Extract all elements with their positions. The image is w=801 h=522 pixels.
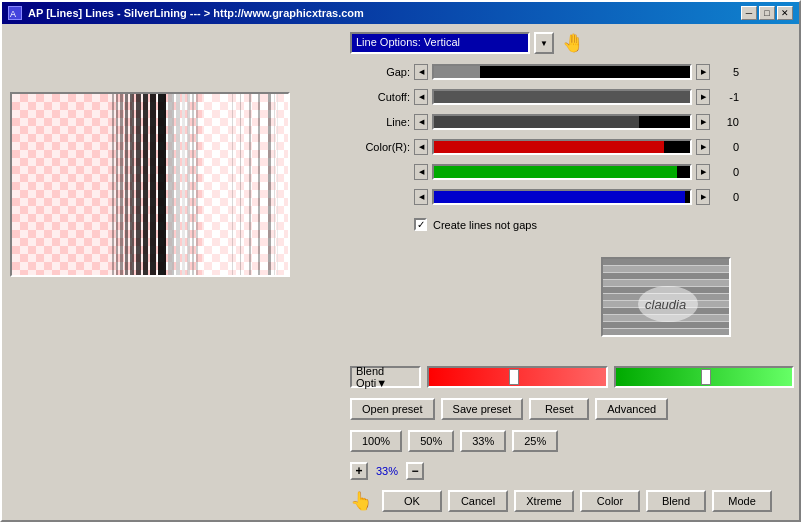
line-slider-track[interactable] bbox=[432, 114, 692, 130]
svg-rect-37 bbox=[603, 329, 731, 337]
create-lines-checkbox[interactable]: ✓ bbox=[414, 218, 427, 231]
preview-box bbox=[10, 92, 290, 277]
checkbox-label: Create lines not gaps bbox=[433, 219, 537, 231]
mode-button[interactable]: Mode bbox=[712, 490, 772, 512]
svg-rect-20 bbox=[240, 94, 241, 275]
svg-rect-16 bbox=[192, 94, 194, 275]
close-button[interactable]: ✕ bbox=[777, 6, 793, 20]
color-button[interactable]: Color bbox=[580, 490, 640, 512]
svg-rect-30 bbox=[603, 280, 731, 286]
window-title: AP [Lines] Lines - SilverLining --- > ht… bbox=[28, 7, 364, 19]
gap-slider-track[interactable] bbox=[432, 64, 692, 80]
preview-thumb-container: claudia bbox=[350, 249, 799, 345]
main-window: A AP [Lines] Lines - SilverLining --- > … bbox=[0, 0, 801, 522]
blend-green-handle[interactable] bbox=[701, 369, 711, 385]
dropdown-row: Line Options: Vertical ▼ 🤚 bbox=[350, 32, 799, 54]
zoom-control-row: + 33% − bbox=[350, 462, 799, 480]
blend-red-slider[interactable] bbox=[427, 366, 608, 388]
blend-button[interactable]: Blend bbox=[646, 490, 706, 512]
line-options-dropdown[interactable]: Line Options: Vertical bbox=[350, 32, 530, 54]
zoom-100-button[interactable]: 100% bbox=[350, 430, 402, 452]
gap-left-arrow[interactable]: ◀ bbox=[414, 64, 428, 80]
gap-slider-row: Gap: ◀ ▶ 5 bbox=[350, 64, 799, 80]
cutoff-slider-row: Cutoff: ◀ ▶ -1 bbox=[350, 89, 799, 105]
minimize-button[interactable]: ─ bbox=[741, 6, 757, 20]
svg-rect-15 bbox=[187, 94, 190, 275]
open-preset-button[interactable]: Open preset bbox=[350, 398, 435, 420]
zoom-33-button[interactable]: 33% bbox=[460, 430, 506, 452]
left-panel bbox=[10, 32, 340, 512]
blend-controls-row: Blend Opti▼ bbox=[350, 366, 799, 388]
cutoff-label: Cutoff: bbox=[350, 91, 410, 103]
svg-rect-2 bbox=[12, 94, 157, 275]
preview-lines bbox=[12, 94, 288, 275]
svg-rect-18 bbox=[202, 94, 288, 275]
blend-options-dropdown[interactable]: Blend Opti▼ bbox=[350, 366, 421, 388]
colorg-slider-track[interactable] bbox=[432, 164, 692, 180]
svg-rect-4 bbox=[116, 94, 118, 275]
reset-button[interactable]: Reset bbox=[529, 398, 589, 420]
title-bar-controls: ─ □ ✕ bbox=[741, 6, 793, 20]
colorb-right-arrow[interactable]: ▶ bbox=[696, 189, 710, 205]
zoom-in-button[interactable]: + bbox=[350, 462, 368, 480]
svg-rect-13 bbox=[176, 94, 180, 275]
dropdown-label: Line Options: Vertical bbox=[356, 36, 460, 48]
colorg-left-arrow[interactable]: ◀ bbox=[414, 164, 428, 180]
svg-rect-6 bbox=[125, 94, 128, 275]
svg-rect-29 bbox=[603, 273, 731, 279]
title-bar: A AP [Lines] Lines - SilverLining --- > … bbox=[2, 2, 799, 24]
colorb-left-arrow[interactable]: ◀ bbox=[414, 189, 428, 205]
svg-rect-23 bbox=[268, 94, 271, 275]
checkbox-row: ✓ Create lines not gaps bbox=[414, 218, 799, 231]
save-preset-button[interactable]: Save preset bbox=[441, 398, 524, 420]
svg-rect-22 bbox=[258, 94, 260, 275]
svg-rect-11 bbox=[158, 94, 166, 275]
blend-green-slider[interactable] bbox=[614, 366, 795, 388]
svg-rect-28 bbox=[603, 266, 731, 272]
svg-rect-21 bbox=[249, 94, 251, 275]
cancel-button[interactable]: Cancel bbox=[448, 490, 508, 512]
cutoff-right-arrow[interactable]: ▶ bbox=[696, 89, 710, 105]
hand-pointer-icon: 🤚 bbox=[562, 32, 584, 54]
advanced-button[interactable]: Advanced bbox=[595, 398, 668, 420]
svg-rect-24 bbox=[274, 94, 275, 275]
line-label: Line: bbox=[350, 116, 410, 128]
colorr-slider-track[interactable] bbox=[432, 139, 692, 155]
zoom-50-button[interactable]: 50% bbox=[408, 430, 454, 452]
cutoff-slider-track[interactable] bbox=[432, 89, 692, 105]
title-bar-left: A AP [Lines] Lines - SilverLining --- > … bbox=[8, 6, 364, 20]
colorb-slider-track[interactable] bbox=[432, 189, 692, 205]
svg-rect-19 bbox=[232, 94, 233, 275]
preview-thumbnail: claudia bbox=[601, 257, 731, 337]
line-slider-fill bbox=[434, 116, 639, 128]
maximize-button[interactable]: □ bbox=[759, 6, 775, 20]
colorg-slider-row: ◀ ▶ 0 bbox=[350, 164, 799, 180]
svg-rect-27 bbox=[603, 259, 731, 265]
colorr-left-arrow[interactable]: ◀ bbox=[414, 139, 428, 155]
dropdown-arrow-btn[interactable]: ▼ bbox=[534, 32, 554, 54]
blend-red-handle[interactable] bbox=[509, 369, 519, 385]
zoom-25-button[interactable]: 25% bbox=[512, 430, 558, 452]
colorg-right-arrow[interactable]: ▶ bbox=[696, 164, 710, 180]
xtreme-button[interactable]: Xtreme bbox=[514, 490, 574, 512]
gap-value: 5 bbox=[714, 66, 739, 78]
blend-dropdown-label: Blend Opti▼ bbox=[356, 365, 415, 389]
svg-rect-5 bbox=[120, 94, 123, 275]
colorr-slider-row: Color(R): ◀ ▶ 0 bbox=[350, 139, 799, 155]
app-icon: A bbox=[8, 6, 22, 20]
line-right-arrow[interactable]: ▶ bbox=[696, 114, 710, 130]
colorr-right-arrow[interactable]: ▶ bbox=[696, 139, 710, 155]
colorb-slider-row: ◀ ▶ 0 bbox=[350, 189, 799, 205]
svg-rect-14 bbox=[182, 94, 185, 275]
svg-rect-8 bbox=[136, 94, 141, 275]
cutoff-left-arrow[interactable]: ◀ bbox=[414, 89, 428, 105]
colorr-slider-fill bbox=[434, 141, 664, 153]
zoom-current-value: 33% bbox=[376, 465, 398, 477]
ok-button[interactable]: OK bbox=[382, 490, 442, 512]
zoom-out-button[interactable]: − bbox=[406, 462, 424, 480]
line-left-arrow[interactable]: ◀ bbox=[414, 114, 428, 130]
svg-text:A: A bbox=[10, 9, 16, 19]
gap-right-arrow[interactable]: ▶ bbox=[696, 64, 710, 80]
line-value: 10 bbox=[714, 116, 739, 128]
ok-hand-icon: 👆 bbox=[350, 490, 372, 512]
